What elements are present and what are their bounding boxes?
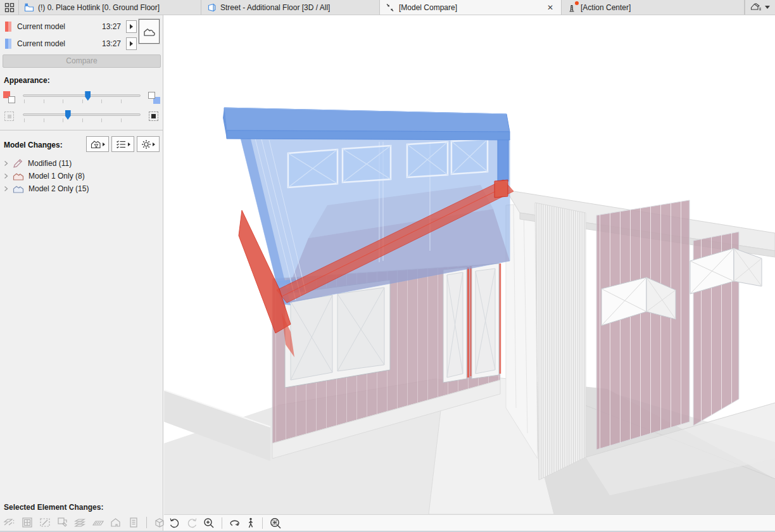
settings-button[interactable] [137,136,160,152]
walk-explore-button[interactable] [246,517,256,529]
3d-view-icon [206,3,217,13]
tab-action-center[interactable]: [Action Center] [562,0,745,15]
hatch-fill-icon [92,516,104,529]
tab-bar: (!) 0. Place Hotlink [0. Ground Floor] S… [0,0,775,15]
expander-chevron-icon[interactable] [4,186,8,192]
arrow-right-icon [128,142,130,146]
element-floors-icon [3,516,16,529]
lower-doors[interactable] [443,263,500,383]
arrow-right-icon [130,41,133,46]
transparency-slider-row [3,109,160,125]
edit-region-icon [39,516,51,529]
tab-close-icon[interactable]: ✕ [545,3,556,12]
zoom-in-button[interactable] [203,517,215,529]
tab-overview-button[interactable] [0,0,19,15]
notification-dot [575,1,579,5]
pencil-icon [13,159,23,168]
fit-in-window-button[interactable] [269,517,282,529]
model2-time: 13:27 [102,39,121,48]
hotlink-folder-icon [24,3,34,13]
archicad-window: (!) 0. Place Hotlink [0. Ground Floor] S… [0,0,775,532]
gear-icon [141,139,151,149]
model2-select-button[interactable] [126,37,137,50]
tree-item-modified[interactable]: Modified (11) [4,157,160,170]
arrow-right-icon [153,142,155,146]
change-list-button[interactable] [111,136,134,152]
model-views-icon [750,3,762,12]
filter-elements-button[interactable] [86,136,109,152]
house-filter-icon [91,139,101,149]
model2-color-swatch [5,39,11,49]
appearance-label: Appearance: [4,76,50,85]
tab-street-3d[interactable]: Street - Additional Floor [3D / All] [201,0,380,15]
model1-name: Current model [17,22,102,31]
orbit-button[interactable] [229,517,241,529]
3d-scene[interactable] [164,15,775,514]
model1-select-button[interactable] [126,20,137,33]
divider [222,517,222,529]
house-model1-icon [13,172,24,181]
model-source-button[interactable] [139,19,160,44]
tree-item-model1-only[interactable]: Model 1 Only (8) [4,170,160,182]
divider [262,517,263,529]
navigate-forward-button[interactable] [186,517,198,529]
color-intensity-slider-row [3,90,160,106]
3d-viewport[interactable] [164,15,775,514]
house-outline-icon [110,516,122,529]
tree-item-label: Model 1 Only (8) [28,172,85,180]
model2-name: Current model [17,39,102,48]
model2-roof-slab[interactable] [223,108,510,140]
view-navigation-bar [164,514,775,531]
expander-chevron-icon[interactable] [4,173,8,179]
divider [146,517,147,528]
transparency-slider[interactable] [23,109,141,125]
navigate-back-button[interactable] [168,517,181,529]
copy-style-brush-icon [56,516,69,529]
color-overlap-left-icon [3,91,16,104]
model-compare-panel: Current model 13:27 Current model 13:27 … [0,15,163,531]
house-model2-icon [13,184,24,194]
model1-row[interactable]: Current model 13:27 [3,19,137,34]
model-compare-icon [385,3,395,13]
tree-item-model2-only[interactable]: Model 2 Only (15) [4,182,160,195]
tab-label: Street - Additional Floor [3D / All] [220,3,330,12]
selected-changes-toolbar [3,516,166,529]
divider [0,130,163,130]
model2-row[interactable]: Current model 13:27 [3,36,137,51]
arrow-right-icon [130,24,133,29]
selected-element-changes-label: Selected Element Changes: [4,503,103,512]
tree-item-label: Modified (11) [28,159,72,168]
view-switcher-dropdown[interactable] [745,0,775,15]
right-building[interactable] [506,190,775,495]
compare-button[interactable]: Compare [3,54,161,68]
tab-place-hotlink[interactable]: (!) 0. Place Hotlink [0. Ground Floor] [19,0,201,15]
tab-model-compare[interactable]: [Model Compare] ✕ [380,0,562,15]
cloud-model-icon [142,26,156,37]
model1-color-swatch [5,22,11,32]
color-intensity-slider[interactable] [23,90,141,106]
tab-label: [Model Compare] [399,3,457,12]
transparency-right-icon [148,110,160,123]
tree-item-label: Model 2 Only (15) [28,184,89,193]
model-changes-toolbar [86,136,160,152]
layers-icon [74,516,87,529]
tab-label: [Action Center] [581,3,631,12]
chevron-down-icon [765,6,770,9]
model1-time: 13:27 [102,22,121,31]
window-grid-icon [21,516,34,529]
transparency-left-icon [3,110,16,123]
tab-label: (!) 0. Place Hotlink [0. Ground Floor] [38,3,160,12]
checklist-icon [116,139,127,149]
color-overlap-right-icon [148,91,160,104]
arrow-right-icon [103,142,105,146]
model-changes-tree: Modified (11) Model 1 Only (8) [4,157,160,195]
tab-overview-grid-icon [4,3,15,13]
model-changes-label: Model Changes: [4,141,63,149]
expander-chevron-icon[interactable] [4,160,8,167]
document-icon [127,516,140,529]
